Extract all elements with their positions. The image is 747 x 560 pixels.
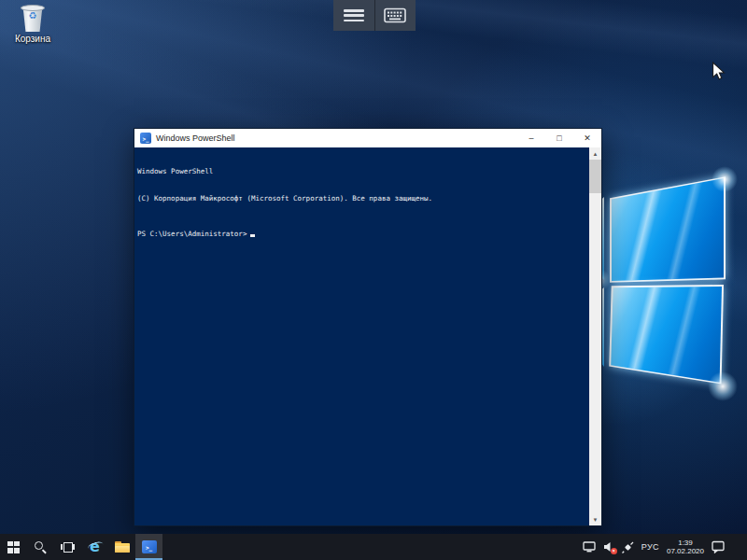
console-prompt: PS C:\Users\Administrator> bbox=[137, 230, 247, 239]
plug-icon bbox=[622, 541, 634, 553]
network-icon bbox=[583, 541, 596, 553]
windows-logo-top-pane bbox=[610, 175, 726, 284]
window-title: Windows PowerShell bbox=[156, 133, 235, 143]
folder-icon bbox=[115, 541, 130, 553]
file-explorer-button[interactable] bbox=[108, 534, 135, 560]
volume-tray-button[interactable]: × bbox=[603, 541, 614, 553]
scrollbar-thumb[interactable] bbox=[589, 160, 601, 193]
internet-explorer-button[interactable]: e bbox=[81, 534, 108, 560]
taskbar: e >_ × bbox=[0, 534, 747, 560]
lens-flare bbox=[708, 371, 738, 401]
powershell-window: >_ Windows PowerShell – □ ✕ Windows Powe… bbox=[134, 128, 602, 526]
lens-flare bbox=[712, 166, 738, 192]
window-controls: – □ ✕ bbox=[517, 129, 601, 147]
recycle-bin-label: Корзина bbox=[15, 34, 50, 44]
search-button[interactable] bbox=[27, 534, 54, 560]
vm-console-toolbar bbox=[333, 0, 416, 31]
console-menu-button[interactable] bbox=[333, 0, 374, 31]
device-tray-button[interactable] bbox=[622, 541, 634, 553]
tray-time: 1:39 bbox=[678, 539, 693, 547]
minimize-button[interactable]: – bbox=[517, 129, 545, 147]
clock[interactable]: 1:39 07.02.2020 bbox=[667, 539, 704, 555]
scroll-up-button[interactable]: ▲ bbox=[589, 147, 601, 160]
console-keyboard-button[interactable] bbox=[374, 0, 416, 31]
start-button[interactable] bbox=[0, 534, 27, 560]
console-line: (C) Корпорация Майкрософт (Microsoft Cor… bbox=[137, 194, 589, 203]
search-icon bbox=[35, 541, 47, 553]
mute-badge-icon: × bbox=[611, 548, 617, 554]
windows-start-icon bbox=[7, 541, 20, 553]
tray-date: 07.02.2020 bbox=[667, 547, 704, 555]
console-output-area[interactable]: Windows PowerShell (C) Корпорация Майкро… bbox=[134, 147, 589, 525]
text-cursor bbox=[250, 234, 255, 237]
taskbar-buttons: e >_ bbox=[0, 534, 162, 560]
recycle-glyph-icon: ♻ bbox=[21, 11, 45, 21]
windows-logo-bottom-pane bbox=[608, 284, 724, 388]
action-center-icon bbox=[712, 540, 725, 553]
system-tray: × РУС 1:39 07.02.2020 bbox=[583, 534, 747, 560]
hamburger-icon bbox=[344, 9, 364, 21]
desktop-screen: ♻ Корзина >_ bbox=[0, 0, 747, 560]
internet-explorer-icon: e bbox=[90, 539, 100, 554]
powershell-taskbar-button[interactable]: >_ bbox=[135, 534, 162, 560]
action-center-button[interactable] bbox=[712, 540, 725, 553]
task-view-icon bbox=[61, 541, 75, 553]
maximize-button[interactable]: □ bbox=[545, 129, 573, 147]
recycle-bin-desktop-icon[interactable]: ♻ Корзина bbox=[4, 5, 62, 44]
powershell-titlebar[interactable]: >_ Windows PowerShell – □ ✕ bbox=[134, 129, 601, 147]
language-indicator[interactable]: РУС bbox=[641, 542, 659, 552]
keyboard-icon bbox=[384, 7, 406, 23]
console-prompt-line: PS C:\Users\Administrator> bbox=[137, 230, 589, 239]
task-view-button[interactable] bbox=[54, 534, 81, 560]
console-line: Windows PowerShell bbox=[137, 167, 589, 176]
powershell-icon: >_ bbox=[142, 540, 157, 553]
powershell-window-icon: >_ bbox=[140, 133, 151, 144]
console-scrollbar[interactable]: ▲ ▼ bbox=[589, 147, 601, 525]
scroll-down-button[interactable]: ▼ bbox=[589, 513, 601, 525]
close-button[interactable]: ✕ bbox=[573, 129, 601, 147]
recycle-bin-icon: ♻ bbox=[21, 5, 45, 32]
network-tray-button[interactable] bbox=[583, 541, 596, 553]
